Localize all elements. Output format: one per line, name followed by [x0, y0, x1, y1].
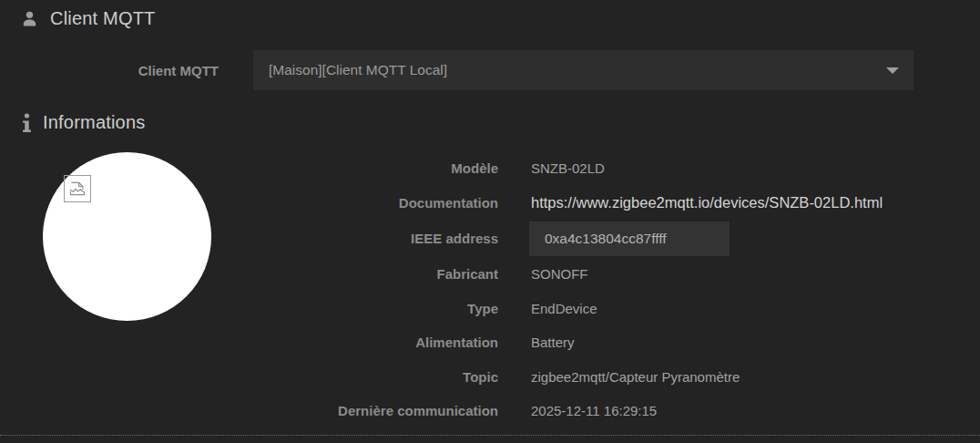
info-label: Topic	[255, 369, 498, 385]
client-mqtt-section-header: Client MQTT	[20, 8, 156, 29]
documentation-link[interactable]: https://www.zigbee2mqtt.io/devices/SNZB-…	[531, 194, 883, 211]
info-value: Battery	[531, 335, 575, 350]
info-row-type: Type EndDevice	[255, 292, 965, 326]
info-row-fabricant: Fabricant SONOFF	[255, 257, 965, 292]
client-mqtt-field-label: Client MQTT	[0, 50, 219, 90]
info-icon	[22, 113, 32, 133]
info-value: SNZB-02LD	[531, 160, 605, 176]
info-label: Documentation	[255, 195, 498, 211]
chevron-down-icon	[886, 67, 899, 74]
section-divider	[0, 435, 980, 436]
ieee-address-input[interactable]	[529, 222, 730, 256]
info-label: Type	[255, 301, 498, 316]
broken-image-icon	[64, 175, 91, 202]
info-label: IEEE address	[255, 231, 498, 246]
info-label: Fabricant	[255, 266, 498, 282]
section-title: Client MQTT	[50, 8, 156, 29]
client-mqtt-select[interactable]: [Maison][Client MQTT Local]	[253, 50, 914, 90]
info-value: SONOFF	[531, 266, 588, 282]
user-icon	[20, 9, 39, 28]
info-row-derniere-communication: Dernière communication 2025-12-11 16:29:…	[255, 394, 965, 428]
client-mqtt-selected-value: [Maison][Client MQTT Local]	[269, 62, 886, 78]
info-row-ieee-address: IEEE address	[255, 220, 965, 257]
device-image-avatar	[43, 152, 211, 321]
info-row-modele: Modèle SNZB-02LD	[255, 151, 965, 186]
info-label: Dernière communication	[255, 403, 498, 418]
info-value: 2025-12-11 16:29:15	[531, 403, 657, 418]
device-info-page: Client MQTT Client MQTT [Maison][Client …	[0, 0, 980, 443]
info-row-alimentation: Alimentation Battery	[255, 325, 965, 360]
section-title: Informations	[43, 112, 145, 133]
info-label: Modèle	[255, 160, 498, 176]
device-info-list: Modèle SNZB-02LD Documentation https://w…	[255, 151, 965, 428]
info-value: EndDevice	[531, 301, 597, 316]
informations-section-header: Informations	[22, 112, 145, 133]
info-row-topic: Topic zigbee2mqtt/Capteur Pyranomètre	[255, 360, 965, 395]
info-value: zigbee2mqtt/Capteur Pyranomètre	[531, 369, 740, 385]
info-row-documentation: Documentation https://www.zigbee2mqtt.io…	[255, 186, 965, 221]
info-label: Alimentation	[255, 335, 498, 350]
